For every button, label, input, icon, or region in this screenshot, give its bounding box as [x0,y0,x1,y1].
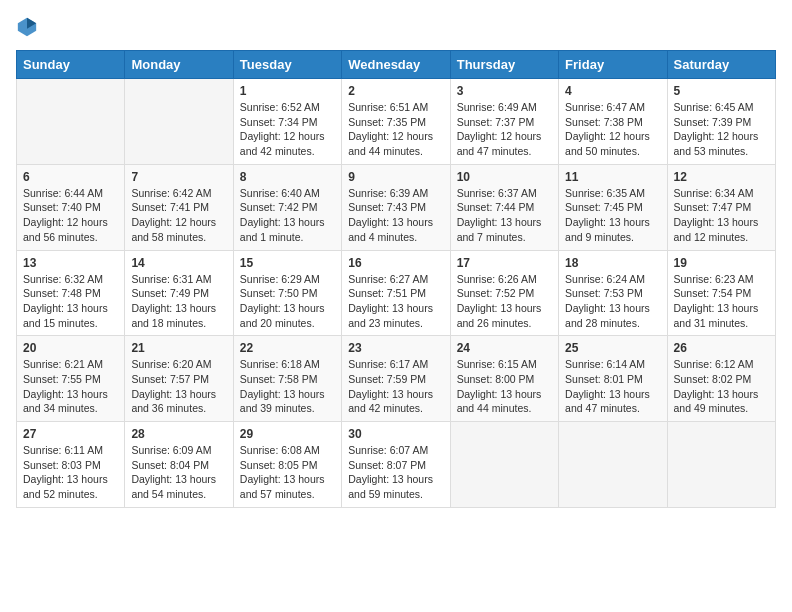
day-info: Sunrise: 6:26 AMSunset: 7:52 PMDaylight:… [457,272,552,331]
calendar-cell: 9Sunrise: 6:39 AMSunset: 7:43 PMDaylight… [342,164,450,250]
day-info: Sunrise: 6:20 AMSunset: 7:57 PMDaylight:… [131,357,226,416]
weekday-wednesday: Wednesday [342,51,450,79]
week-row-2: 6Sunrise: 6:44 AMSunset: 7:40 PMDaylight… [17,164,776,250]
day-info: Sunrise: 6:40 AMSunset: 7:42 PMDaylight:… [240,186,335,245]
calendar-cell: 25Sunrise: 6:14 AMSunset: 8:01 PMDayligh… [559,336,667,422]
calendar-cell: 4Sunrise: 6:47 AMSunset: 7:38 PMDaylight… [559,79,667,165]
day-number: 10 [457,170,552,184]
day-info: Sunrise: 6:35 AMSunset: 7:45 PMDaylight:… [565,186,660,245]
day-number: 22 [240,341,335,355]
logo [16,16,40,38]
day-info: Sunrise: 6:07 AMSunset: 8:07 PMDaylight:… [348,443,443,502]
day-info: Sunrise: 6:42 AMSunset: 7:41 PMDaylight:… [131,186,226,245]
week-row-5: 27Sunrise: 6:11 AMSunset: 8:03 PMDayligh… [17,422,776,508]
calendar-cell: 23Sunrise: 6:17 AMSunset: 7:59 PMDayligh… [342,336,450,422]
calendar-cell: 27Sunrise: 6:11 AMSunset: 8:03 PMDayligh… [17,422,125,508]
day-info: Sunrise: 6:12 AMSunset: 8:02 PMDaylight:… [674,357,769,416]
calendar-cell: 29Sunrise: 6:08 AMSunset: 8:05 PMDayligh… [233,422,341,508]
calendar-cell: 16Sunrise: 6:27 AMSunset: 7:51 PMDayligh… [342,250,450,336]
day-number: 23 [348,341,443,355]
calendar-cell: 28Sunrise: 6:09 AMSunset: 8:04 PMDayligh… [125,422,233,508]
day-number: 8 [240,170,335,184]
day-info: Sunrise: 6:34 AMSunset: 7:47 PMDaylight:… [674,186,769,245]
day-number: 25 [565,341,660,355]
calendar-cell: 11Sunrise: 6:35 AMSunset: 7:45 PMDayligh… [559,164,667,250]
calendar-cell: 2Sunrise: 6:51 AMSunset: 7:35 PMDaylight… [342,79,450,165]
day-number: 3 [457,84,552,98]
calendar-cell: 22Sunrise: 6:18 AMSunset: 7:58 PMDayligh… [233,336,341,422]
day-number: 5 [674,84,769,98]
weekday-tuesday: Tuesday [233,51,341,79]
day-number: 11 [565,170,660,184]
day-info: Sunrise: 6:11 AMSunset: 8:03 PMDaylight:… [23,443,118,502]
calendar-cell [667,422,775,508]
week-row-1: 1Sunrise: 6:52 AMSunset: 7:34 PMDaylight… [17,79,776,165]
calendar-table: SundayMondayTuesdayWednesdayThursdayFrid… [16,50,776,508]
calendar-cell: 12Sunrise: 6:34 AMSunset: 7:47 PMDayligh… [667,164,775,250]
day-number: 27 [23,427,118,441]
day-number: 13 [23,256,118,270]
day-info: Sunrise: 6:44 AMSunset: 7:40 PMDaylight:… [23,186,118,245]
day-number: 16 [348,256,443,270]
day-info: Sunrise: 6:39 AMSunset: 7:43 PMDaylight:… [348,186,443,245]
weekday-header-row: SundayMondayTuesdayWednesdayThursdayFrid… [17,51,776,79]
calendar-cell [17,79,125,165]
weekday-thursday: Thursday [450,51,558,79]
calendar-cell: 5Sunrise: 6:45 AMSunset: 7:39 PMDaylight… [667,79,775,165]
calendar-cell: 20Sunrise: 6:21 AMSunset: 7:55 PMDayligh… [17,336,125,422]
day-number: 30 [348,427,443,441]
day-info: Sunrise: 6:08 AMSunset: 8:05 PMDaylight:… [240,443,335,502]
calendar-cell: 10Sunrise: 6:37 AMSunset: 7:44 PMDayligh… [450,164,558,250]
calendar-cell: 18Sunrise: 6:24 AMSunset: 7:53 PMDayligh… [559,250,667,336]
day-number: 21 [131,341,226,355]
day-number: 4 [565,84,660,98]
day-info: Sunrise: 6:15 AMSunset: 8:00 PMDaylight:… [457,357,552,416]
logo-icon [16,16,38,38]
day-info: Sunrise: 6:27 AMSunset: 7:51 PMDaylight:… [348,272,443,331]
calendar-cell: 21Sunrise: 6:20 AMSunset: 7:57 PMDayligh… [125,336,233,422]
calendar-cell: 1Sunrise: 6:52 AMSunset: 7:34 PMDaylight… [233,79,341,165]
day-info: Sunrise: 6:49 AMSunset: 7:37 PMDaylight:… [457,100,552,159]
day-info: Sunrise: 6:24 AMSunset: 7:53 PMDaylight:… [565,272,660,331]
week-row-4: 20Sunrise: 6:21 AMSunset: 7:55 PMDayligh… [17,336,776,422]
calendar-cell: 19Sunrise: 6:23 AMSunset: 7:54 PMDayligh… [667,250,775,336]
weekday-monday: Monday [125,51,233,79]
calendar-cell: 3Sunrise: 6:49 AMSunset: 7:37 PMDaylight… [450,79,558,165]
day-info: Sunrise: 6:18 AMSunset: 7:58 PMDaylight:… [240,357,335,416]
day-number: 17 [457,256,552,270]
day-info: Sunrise: 6:14 AMSunset: 8:01 PMDaylight:… [565,357,660,416]
day-number: 7 [131,170,226,184]
day-info: Sunrise: 6:23 AMSunset: 7:54 PMDaylight:… [674,272,769,331]
calendar-cell [125,79,233,165]
day-info: Sunrise: 6:47 AMSunset: 7:38 PMDaylight:… [565,100,660,159]
day-number: 9 [348,170,443,184]
calendar-cell: 24Sunrise: 6:15 AMSunset: 8:00 PMDayligh… [450,336,558,422]
calendar-cell [450,422,558,508]
calendar-cell: 26Sunrise: 6:12 AMSunset: 8:02 PMDayligh… [667,336,775,422]
day-info: Sunrise: 6:37 AMSunset: 7:44 PMDaylight:… [457,186,552,245]
calendar-cell [559,422,667,508]
day-number: 15 [240,256,335,270]
calendar-cell: 6Sunrise: 6:44 AMSunset: 7:40 PMDaylight… [17,164,125,250]
day-number: 12 [674,170,769,184]
day-number: 1 [240,84,335,98]
calendar-cell: 17Sunrise: 6:26 AMSunset: 7:52 PMDayligh… [450,250,558,336]
day-number: 20 [23,341,118,355]
day-info: Sunrise: 6:09 AMSunset: 8:04 PMDaylight:… [131,443,226,502]
calendar-cell: 13Sunrise: 6:32 AMSunset: 7:48 PMDayligh… [17,250,125,336]
day-number: 2 [348,84,443,98]
day-number: 29 [240,427,335,441]
day-info: Sunrise: 6:45 AMSunset: 7:39 PMDaylight:… [674,100,769,159]
day-info: Sunrise: 6:29 AMSunset: 7:50 PMDaylight:… [240,272,335,331]
day-info: Sunrise: 6:21 AMSunset: 7:55 PMDaylight:… [23,357,118,416]
page-header [16,16,776,38]
calendar-cell: 8Sunrise: 6:40 AMSunset: 7:42 PMDaylight… [233,164,341,250]
day-info: Sunrise: 6:17 AMSunset: 7:59 PMDaylight:… [348,357,443,416]
day-number: 14 [131,256,226,270]
day-number: 26 [674,341,769,355]
day-info: Sunrise: 6:51 AMSunset: 7:35 PMDaylight:… [348,100,443,159]
weekday-sunday: Sunday [17,51,125,79]
calendar-cell: 7Sunrise: 6:42 AMSunset: 7:41 PMDaylight… [125,164,233,250]
weekday-friday: Friday [559,51,667,79]
day-number: 19 [674,256,769,270]
